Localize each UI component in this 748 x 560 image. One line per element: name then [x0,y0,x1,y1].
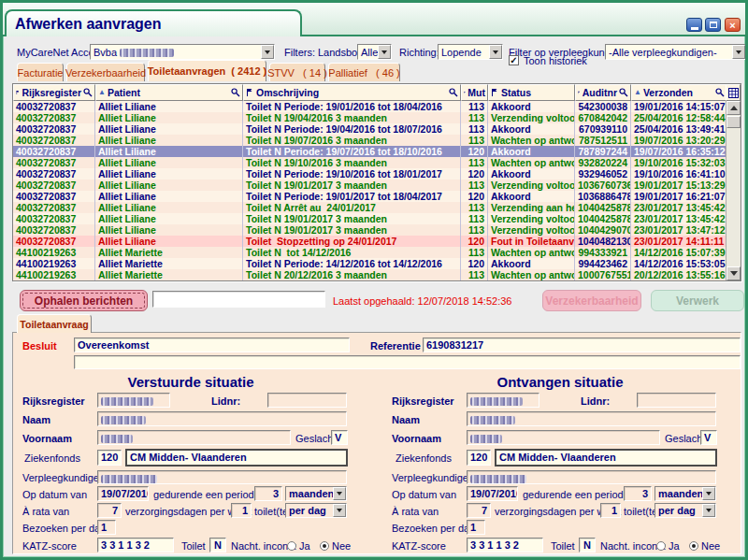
restore-button[interactable] [705,18,721,32]
table-row[interactable]: 40032720837Alliet LilianeToilet N 19/04/… [13,112,727,123]
tab-palliatief[interactable]: Palliatief ( 46 ) [328,63,400,81]
dropdown-button[interactable] [333,487,346,500]
table-row[interactable]: 40032720837Alliet LilianeToilet Stopzett… [13,236,727,247]
table-row[interactable]: 40032720837Alliet LilianeToilet N Arrêt … [13,202,727,213]
dropdown-button[interactable] [702,504,715,517]
account-dropdown-button[interactable] [261,45,274,59]
periode-eenheid-combobox[interactable]: maanden [285,486,347,501]
table-row[interactable]: 40032720837Alliet LilianeToilet N Period… [13,146,727,157]
bezoeken-field[interactable]: 1 [467,520,485,535]
search-icon[interactable] [619,88,628,97]
column-header-verzonden[interactable]: ▲ Verzonden [631,84,727,101]
toiletten-field[interactable]: 1 [600,503,621,518]
column-header-omschrijving[interactable]: Omschrijving [243,84,461,101]
scroll-down-button[interactable] [726,266,741,280]
column-header-auditnr[interactable]: Auditnr [575,84,631,101]
dropdown-button[interactable] [333,504,346,517]
table-row[interactable]: 40032720837Alliet LilianeToilet N 19/07/… [13,135,727,146]
tab-verzekerbaarheid[interactable]: Verzekerbaarheid [66,63,145,81]
column-header-patient[interactable]: ▲ Patient [95,84,243,101]
toilet-field[interactable]: N [579,538,596,553]
table-row[interactable]: 40032720837Alliet LilianeToilet N 19/10/… [13,157,727,168]
nurse-filter-combobox[interactable]: -Alle verpleegkundigen- [605,44,746,60]
katz-field[interactable]: 3 3 1 1 3 2 [467,538,543,553]
landsbond-dropdown-button[interactable] [378,45,391,59]
besluit-notes-field[interactable] [74,355,741,369]
minimize-button[interactable] [686,18,702,32]
search-icon[interactable] [715,88,725,97]
table-row[interactable]: 40032720837Alliet LilianeToilet N Period… [13,101,727,112]
katz-field[interactable]: 3 3 1 1 3 2 [97,538,174,553]
fetch-messages-button[interactable]: Ophalen berichten [20,290,148,311]
table-row[interactable]: 40032720837Alliet LilianeToilet N Period… [13,123,727,135]
show-history-checkbox[interactable]: ✓ [509,55,519,65]
close-button[interactable]: × [725,18,741,32]
rijksregister-field[interactable] [467,393,539,408]
column-header-rijksregister[interactable]: Rijksregister [13,84,95,101]
frequentie-combobox[interactable]: per dag [654,503,716,518]
lidnr-field[interactable] [267,393,347,408]
toilet-field[interactable]: N [209,538,226,553]
periode-eenheid-combobox[interactable]: maanden [654,486,716,501]
table-row[interactable]: 44100219263Alliet MarietteToilet N Perio… [13,258,727,269]
search-icon[interactable] [231,88,240,97]
insurability-button[interactable]: Verzekerbaarheid [542,290,641,311]
periode-field[interactable]: 3 [624,486,652,501]
verpleegkundige-field[interactable] [97,470,347,484]
tab-facturatie[interactable]: Facturatie [17,63,64,81]
voornaam-field[interactable] [467,430,660,445]
table-row[interactable]: 40032720837Alliet LilianeToilet N Period… [13,168,727,179]
geslacht-field[interactable]: V [700,430,717,445]
toiletten-field[interactable]: 1 [231,503,252,518]
fetch-status-field[interactable] [152,291,325,308]
radio-ja[interactable]: Ja [656,540,680,552]
scroll-up-button[interactable] [726,101,741,115]
column-header-status[interactable]: Status [488,84,575,101]
voornaam-field[interactable] [97,430,291,445]
dropdown-button[interactable] [702,487,715,500]
vertical-scrollbar[interactable] [726,101,741,280]
table-row[interactable]: 40032720837Alliet LilianeToilet N 19/01/… [13,224,727,236]
verpleegkundige-field[interactable] [467,470,716,484]
table-row[interactable]: 40032720837Alliet LilianeToilet N Period… [13,191,727,202]
referentie-field[interactable]: 6190831217 [423,337,741,352]
datum-field[interactable]: 19/07/2016 [467,486,518,501]
rijksregister-field[interactable] [97,393,170,408]
bezoeken-field[interactable]: 1 [97,520,116,535]
ziekenfonds-naam-field[interactable]: CM Midden- Vlaanderen [125,449,348,467]
datum-field[interactable]: 19/07/2016 [97,486,149,501]
table-row[interactable]: 44100219263Alliet MarietteToilet N tot 1… [13,247,727,258]
ziekenfonds-code-field[interactable]: 120 [97,450,122,466]
search-icon[interactable] [83,88,93,97]
table-row[interactable]: 40032720837Alliet LilianeToilet N 19/01/… [13,179,727,191]
landsbond-combobox[interactable]: Alle [357,44,392,60]
frequentie-combobox[interactable]: per dag [285,503,347,518]
tab-toiletaanvragen[interactable]: Toiletaanvragen ( 2412 ) [148,60,266,81]
scrollbar-thumb[interactable] [726,116,741,128]
dagen-per-week-field[interactable]: 7 [97,503,122,518]
column-settings-button[interactable] [726,84,741,101]
dagen-per-week-field[interactable]: 7 [467,503,491,518]
richting-dropdown-button[interactable] [489,45,502,59]
besluit-field[interactable]: Overeenkomst [74,337,350,352]
naam-field[interactable] [467,411,716,426]
ziekenfonds-code-field[interactable]: 120 [467,450,491,466]
tab-stvv[interactable]: STVV ( 14 ) [269,63,325,81]
richting-combobox[interactable]: Lopende [438,44,503,60]
radio-nee[interactable]: Nee [320,540,351,552]
account-combobox[interactable]: Bvba [90,44,275,60]
periode-field[interactable]: 3 [254,486,282,501]
radio-ja[interactable]: Ja [287,540,310,552]
column-header-mut[interactable]: Mut [461,84,488,101]
search-icon[interactable] [449,88,458,97]
naam-field[interactable] [97,411,347,426]
table-row[interactable]: 40032720837Alliet LilianeToilet N 19/01/… [13,213,727,224]
tab-toiletaanvraag-detail[interactable]: Toiletaanvraag [17,314,92,333]
process-button[interactable]: Verwerk [651,290,744,311]
ziekenfonds-naam-field[interactable]: CM Midden- Vlaanderen [495,449,717,467]
geslacht-field[interactable]: V [331,430,348,445]
lidnr-field[interactable] [637,393,716,408]
nurse-dropdown-button[interactable] [732,45,745,59]
radio-nee[interactable]: Nee [689,540,720,552]
table-row[interactable]: 44100219263Alliet MarietteToilet N 20/12… [13,269,727,280]
